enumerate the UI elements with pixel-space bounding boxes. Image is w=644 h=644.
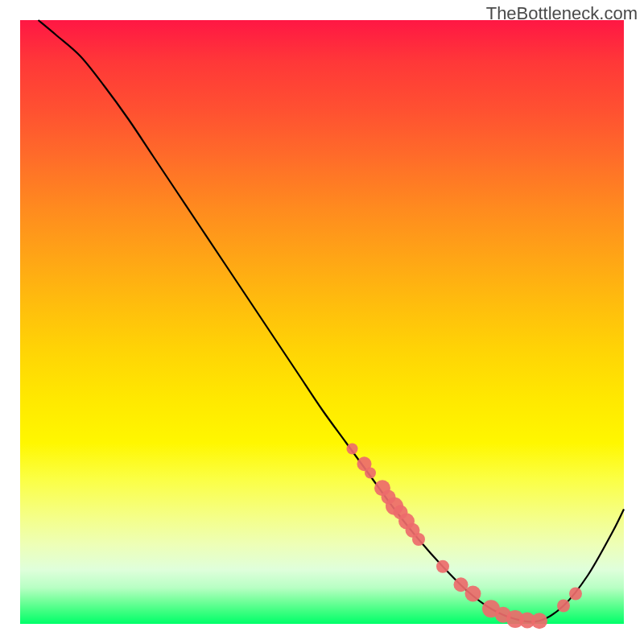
marker-point [365, 468, 376, 479]
marker-point [454, 577, 469, 592]
marker-point [557, 600, 570, 613]
chart-container: TheBottleneck.com [0, 0, 644, 644]
curve-layer [20, 20, 624, 624]
marker-point [347, 444, 358, 455]
marker-point [531, 613, 547, 629]
plot-area [20, 20, 624, 624]
bottleneck-curve [39, 20, 625, 621]
watermark-text: TheBottleneck.com [486, 3, 638, 24]
marker-point [569, 588, 582, 601]
marker-point [436, 560, 449, 573]
marker-point [465, 586, 481, 602]
markers-group [347, 444, 583, 630]
marker-point [412, 533, 425, 546]
